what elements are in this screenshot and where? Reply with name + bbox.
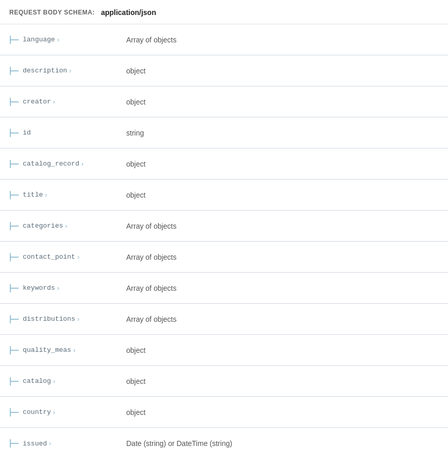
tree-icon [9,129,21,137]
field-column: categories › [0,215,118,237]
field-column: description › [0,60,118,82]
field-name: distributions [23,315,75,323]
field-type: Array of objects [118,277,448,300]
field-name: catalog_record [23,160,79,168]
field-name: description [23,67,67,75]
request-body-schema-header: REQUEST BODY SCHEMA: application/json [0,0,448,24]
expand-arrow-icon[interactable]: › [57,285,59,292]
schema-value: application/json [101,8,156,17]
field-column: title › [0,184,118,206]
tree-icon [9,222,21,230]
table-row: keywords ›Array of objects [0,273,448,304]
field-column: issued › [0,432,118,455]
field-column: id [0,122,118,144]
tree-icon [9,98,21,106]
tree-icon [9,284,21,292]
expand-arrow-icon[interactable]: › [57,36,59,43]
tree-icon [9,346,21,354]
field-column: language › [0,28,118,51]
table-row: catalog_record ›object [0,148,448,180]
table-row: country ›object [0,397,448,428]
tree-icon [9,36,21,44]
field-name: quality_meas [23,346,71,354]
expand-arrow-icon[interactable]: › [65,222,67,230]
table-row: contact_point ›Array of objects [0,242,448,273]
expand-arrow-icon[interactable]: › [73,347,76,354]
field-name: language [23,36,55,43]
field-column: quality_meas › [0,339,118,362]
field-type: object [118,401,448,424]
field-name: keywords [23,284,55,292]
expand-arrow-icon[interactable]: › [49,440,51,447]
table-row: title ›object [0,180,448,211]
tree-icon [9,191,21,199]
tree-icon [9,67,21,75]
field-name: contact_point [23,253,75,261]
table-row: categories ›Array of objects [0,211,448,242]
field-column: keywords › [0,277,118,300]
field-type: object [118,184,448,206]
field-column: contact_point › [0,246,118,269]
field-column: catalog_record › [0,153,118,175]
tree-icon [9,439,21,448]
table-row: description ›object [0,55,448,86]
schema-list: language ›Array of objects description ›… [0,24,448,459]
field-column: distributions › [0,308,118,331]
field-type: object [118,91,448,113]
field-name: id [23,129,31,137]
field-column: creator › [0,91,118,113]
expand-arrow-icon[interactable]: › [53,409,55,416]
field-column: catalog › [0,370,118,393]
tree-icon [9,377,21,385]
field-type: object [118,370,448,393]
table-row: distributions ›Array of objects [0,304,448,335]
tree-icon [9,160,21,168]
expand-arrow-icon[interactable]: › [77,316,79,323]
field-type: Array of objects [118,28,448,51]
field-name: catalog [23,377,51,385]
field-type: object [118,60,448,82]
field-name: creator [23,98,51,106]
field-name: title [23,191,43,199]
field-type: Array of objects [118,308,448,331]
field-type: Date (string) or DateTime (string) [118,432,448,455]
table-row: catalog ›object [0,366,448,397]
field-type: string [118,122,448,144]
field-name: categories [23,222,63,230]
expand-arrow-icon[interactable]: › [53,98,55,106]
expand-arrow-icon[interactable]: › [77,254,79,261]
expand-arrow-icon[interactable]: › [81,160,83,168]
tree-icon [9,408,21,416]
expand-arrow-icon[interactable]: › [69,67,71,75]
field-column: country › [0,401,118,424]
table-row: language ›Array of objects [0,24,448,55]
table-row: quality_meas ›object [0,335,448,366]
expand-arrow-icon[interactable]: › [45,191,47,199]
field-type: object [118,339,448,362]
tree-icon [9,253,21,261]
table-row: idstring [0,117,448,148]
field-type: Array of objects [118,215,448,237]
field-type: object [118,153,448,175]
table-row: creator ›object [0,86,448,117]
page: REQUEST BODY SCHEMA: application/json la… [0,0,448,459]
field-name: issued [23,440,47,448]
schema-label: REQUEST BODY SCHEMA: [9,9,95,16]
table-row: issued ›Date (string) or DateTime (strin… [0,428,448,459]
field-name: country [23,408,51,416]
expand-arrow-icon[interactable]: › [53,378,55,385]
tree-icon [9,315,21,323]
field-type: Array of objects [118,246,448,269]
